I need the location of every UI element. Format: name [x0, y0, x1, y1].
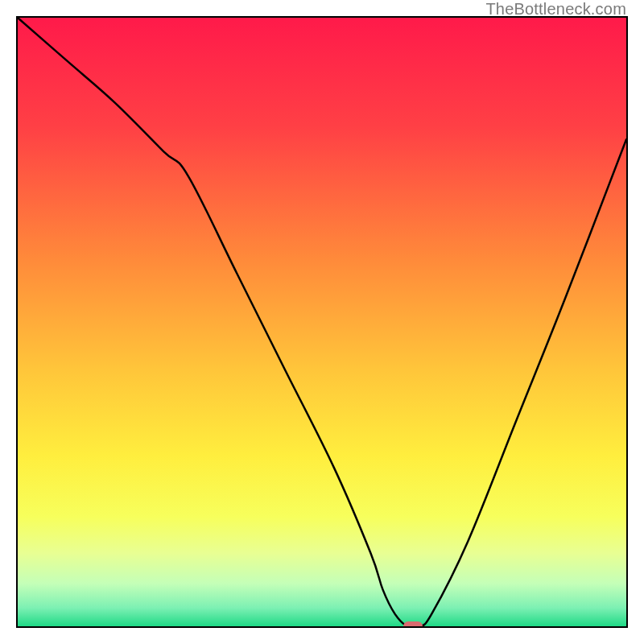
plot-area: [16, 16, 628, 628]
chart-curve: [18, 18, 626, 626]
optimal-point-marker: [403, 621, 423, 628]
bottleneck-chart: TheBottleneck.com: [0, 0, 644, 644]
